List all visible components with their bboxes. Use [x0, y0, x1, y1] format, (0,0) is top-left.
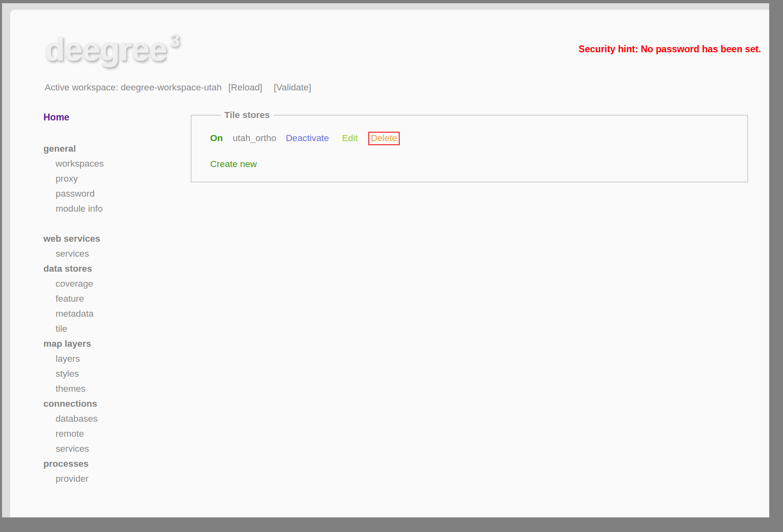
sidebar-group-label-general: general	[43, 141, 191, 156]
sidebar-item-themes[interactable]: themes	[43, 381, 191, 396]
sidebar-group-processes: processes provider	[43, 456, 191, 486]
store-status-badge: On	[210, 133, 223, 143]
sidebar-nav: Home general workspaces proxy password m…	[10, 110, 191, 486]
deactivate-link[interactable]: Deactivate	[286, 133, 329, 143]
sidebar-group-label-map-layers: map layers	[43, 336, 191, 351]
deegree-logo: deegree3	[45, 30, 179, 68]
tile-stores-fieldset: Tile stores On utah_ortho Deactivate Edi…	[191, 110, 748, 182]
sidebar-item-remote[interactable]: remote	[43, 426, 191, 441]
sidebar-item-coverage[interactable]: coverage	[43, 276, 191, 291]
edit-link[interactable]: Edit	[342, 133, 358, 143]
delete-link[interactable]: Delete	[368, 132, 400, 145]
sidebar-item-workspaces[interactable]: workspaces	[43, 156, 191, 171]
sidebar-item-home[interactable]: Home	[43, 110, 191, 125]
sidebar-group-label-connections: connections	[43, 396, 191, 411]
sidebar-group-label-data-stores: data stores	[43, 261, 191, 276]
main-content: Tile stores On utah_ortho Deactivate Edi…	[191, 110, 748, 182]
sidebar-item-layers[interactable]: layers	[43, 351, 191, 366]
sidebar-item-tile[interactable]: tile	[43, 321, 191, 336]
sidebar-group-data-stores: data stores coverage feature metadata ti…	[43, 261, 191, 336]
active-workspace-line: Active workspace: deegree-workspace-utah…	[45, 82, 311, 93]
sidebar-group-general: general workspaces proxy password module…	[43, 141, 191, 216]
sidebar-item-feature[interactable]: feature	[43, 291, 191, 306]
sidebar-item-password[interactable]: password	[43, 186, 191, 201]
sidebar-item-proxy[interactable]: proxy	[43, 171, 191, 186]
sidebar-group-web-services: web services services	[43, 231, 191, 261]
sidebar-group-connections: connections databases remote services	[43, 396, 191, 456]
sidebar-group-label-processes: processes	[43, 456, 191, 471]
sidebar-item-databases[interactable]: databases	[43, 411, 191, 426]
reload-link[interactable]: [Reload]	[228, 82, 262, 92]
active-workspace-label: Active workspace: deegree-workspace-utah	[45, 82, 222, 92]
sidebar-item-provider[interactable]: provider	[43, 471, 191, 486]
create-new-link[interactable]: Create new	[210, 159, 257, 169]
sidebar-item-module-info[interactable]: module info	[43, 201, 191, 216]
content-row: Home general workspaces proxy password m…	[10, 110, 769, 486]
store-name: utah_ortho	[233, 133, 277, 143]
sidebar-item-services[interactable]: services	[43, 246, 191, 261]
window-background: deegree3 Security hint: No password has …	[2, 3, 769, 517]
logo-superscript: 3	[170, 30, 179, 50]
sidebar-item-styles[interactable]: styles	[43, 366, 191, 381]
sidebar-item-metadata[interactable]: metadata	[43, 306, 191, 321]
security-hint: Security hint: No password has been set.	[579, 44, 761, 55]
tile-stores-legend: Tile stores	[221, 110, 273, 120]
sidebar-item-connection-services[interactable]: services	[43, 441, 191, 456]
validate-link[interactable]: [Validate]	[274, 82, 311, 92]
sidebar-group-label-web-services: web services	[43, 231, 191, 246]
sidebar-group-map-layers: map layers layers styles themes	[43, 336, 191, 396]
page-panel: deegree3 Security hint: No password has …	[10, 10, 769, 517]
tile-store-row: On utah_ortho Deactivate Edit Delete	[210, 132, 747, 145]
logo-text: deegree	[45, 30, 167, 67]
